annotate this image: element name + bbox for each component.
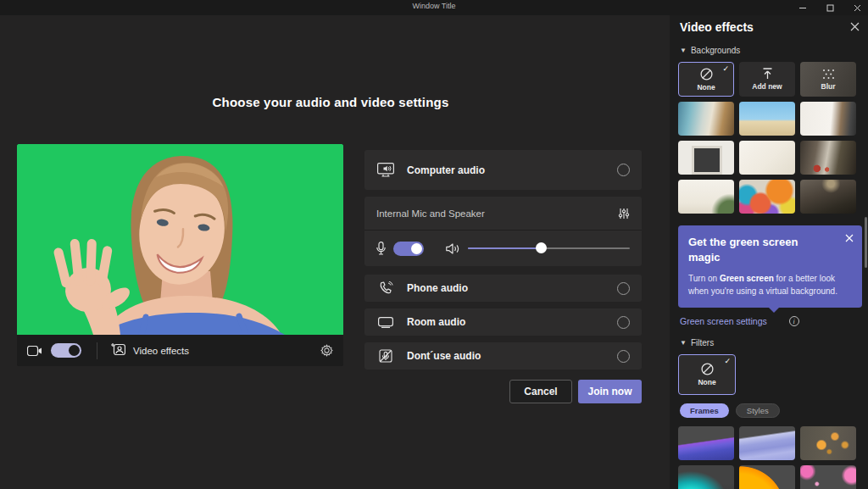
volume-slider[interactable] <box>468 242 630 254</box>
action-buttons: Cancel Join now <box>364 380 642 403</box>
backgrounds-section-header[interactable]: ▼ Backgrounds <box>680 46 868 55</box>
phone-audio-option[interactable]: Phone audio <box>364 275 642 302</box>
check-icon: ✓ <box>724 357 731 365</box>
green-screen-settings-link[interactable]: Green screen settings <box>680 316 767 326</box>
promo-pointer <box>768 307 780 313</box>
maximize-icon[interactable] <box>824 2 836 14</box>
join-now-button[interactable]: Join now <box>578 380 642 403</box>
titlebar: Window Title <box>0 0 868 15</box>
tile-label: None <box>698 378 715 386</box>
background-thumb-balloons[interactable] <box>739 180 795 214</box>
no-audio-option[interactable]: Dont´use audio <box>364 342 642 370</box>
camera-toggle-knob <box>69 345 80 356</box>
tab-frames[interactable]: Frames <box>680 403 729 418</box>
toolbar-divider <box>97 342 97 359</box>
room-audio-option[interactable]: Room audio <box>364 308 642 336</box>
phone-audio-label: Phone audio <box>407 282 468 294</box>
filter-thumb-purple-wave[interactable] <box>678 426 734 460</box>
window-controls <box>797 0 863 15</box>
chevron-down-icon: ▼ <box>680 339 687 347</box>
filter-thumb-lavender-wave[interactable] <box>739 426 795 460</box>
computer-audio-radio[interactable] <box>617 164 630 176</box>
person-waving-illustration <box>17 144 343 335</box>
computer-audio-icon <box>376 163 395 177</box>
no-audio-radio[interactable] <box>617 350 630 363</box>
room-audio-icon <box>376 317 395 328</box>
volume-thumb[interactable] <box>536 242 547 253</box>
phone-audio-icon <box>376 281 395 296</box>
filter-tabs: Frames Styles <box>680 403 868 418</box>
background-thumb-plant-corner[interactable] <box>678 180 734 214</box>
device-equalizer-icon[interactable] <box>618 208 630 219</box>
filter-thumb-orange-curve[interactable] <box>739 465 795 489</box>
video-effects-button[interactable]: Video effects <box>111 342 189 358</box>
background-none-tile[interactable]: ✓ None <box>678 62 734 97</box>
upload-icon <box>762 68 773 80</box>
filter-thumb-teal-particles[interactable] <box>678 465 734 489</box>
audio-options: Computer audio Internal Mic and Speaker <box>364 150 642 376</box>
computer-audio-option[interactable]: Computer audio <box>364 150 642 190</box>
tile-label: Add new <box>752 82 782 91</box>
video-effects-icon <box>111 342 125 358</box>
mic-toggle[interactable] <box>393 242 424 256</box>
audio-controls-row <box>364 231 642 266</box>
mic-off-icon <box>376 349 395 363</box>
audio-device-row: Internal Mic and Speaker <box>364 197 642 231</box>
chevron-down-icon: ▼ <box>680 47 687 54</box>
phone-audio-radio[interactable] <box>617 282 630 295</box>
info-icon[interactable]: i <box>789 316 799 326</box>
video-preview: Video effects <box>17 144 343 366</box>
promo-close-icon[interactable] <box>845 234 854 244</box>
panel-close-icon[interactable] <box>850 21 860 34</box>
background-thumb-bright-room[interactable] <box>800 102 856 136</box>
cancel-button[interactable]: Cancel <box>509 380 572 403</box>
background-add-new-tile[interactable]: Add new <box>739 62 795 97</box>
minimize-icon[interactable] <box>797 2 809 14</box>
background-thumb-white-minimal[interactable] <box>739 141 795 175</box>
filter-thumb-pink-petals[interactable] <box>800 465 856 489</box>
volume-fill <box>468 247 541 249</box>
mic-toggle-knob <box>411 243 422 254</box>
no-audio-label: Dont´use audio <box>407 350 481 362</box>
page-title: Choose your audio and video settings <box>0 95 661 109</box>
background-tiles: ✓ None Add new Blur <box>678 62 863 214</box>
audio-device-name: Internal Mic and Speaker <box>376 208 485 219</box>
background-blur-tile[interactable]: Blur <box>800 62 856 97</box>
background-thumb-teal-office[interactable] <box>678 102 734 136</box>
background-thumb-dark-landscape[interactable] <box>800 180 856 214</box>
promo-title: Get the green screen magic <box>688 235 824 264</box>
mic-icon <box>376 242 386 255</box>
check-icon: ✓ <box>722 64 729 73</box>
tile-label: Blur <box>821 82 836 91</box>
none-icon <box>701 363 714 375</box>
green-screen-settings-row: Green screen settings i <box>680 316 868 326</box>
room-audio-label: Room audio <box>407 316 465 328</box>
none-icon <box>700 68 713 81</box>
tile-label: None <box>697 83 715 92</box>
computer-audio-label: Computer audio <box>407 164 485 176</box>
speaker-icon <box>446 243 459 254</box>
device-settings-gear-icon[interactable] <box>320 344 333 357</box>
tab-styles[interactable]: Styles <box>736 403 780 418</box>
filters-section-header[interactable]: ▼ Filters <box>680 338 868 347</box>
filter-thumb-orange-bokeh[interactable] <box>800 426 856 460</box>
panel-scrollbar[interactable] <box>865 217 867 268</box>
camera-feed-green-screen <box>17 144 343 335</box>
camera-icon <box>27 346 42 356</box>
close-icon[interactable] <box>851 2 863 14</box>
filter-none-tile[interactable]: ✓ None <box>678 354 736 395</box>
filters-section-label: Filters <box>691 338 714 347</box>
audio-device-block: Internal Mic and Speaker <box>364 197 642 266</box>
app-window: Window Title Choose your audio and video… <box>0 0 868 489</box>
backgrounds-section-label: Backgrounds <box>691 46 740 55</box>
panel-header: Video effects <box>680 20 860 34</box>
background-thumb-mirror-wall[interactable] <box>678 141 734 175</box>
filter-none-row: ✓ None <box>678 354 863 395</box>
background-thumb-beach[interactable] <box>739 102 795 136</box>
filter-thumbs <box>678 426 863 489</box>
camera-toggle[interactable] <box>51 343 81 358</box>
background-thumb-industrial-loft[interactable] <box>800 141 856 175</box>
main-area: Choose your audio and video settings <box>0 15 670 489</box>
video-effects-label: Video effects <box>133 346 189 356</box>
room-audio-radio[interactable] <box>617 316 630 329</box>
